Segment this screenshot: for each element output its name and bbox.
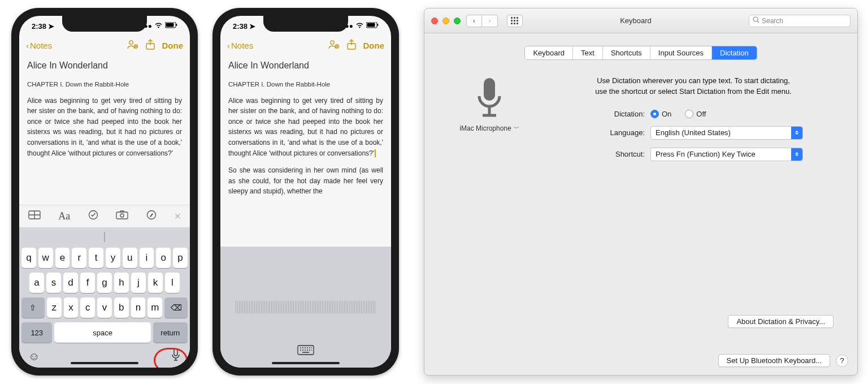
- search-field[interactable]: Search: [749, 15, 850, 27]
- key-z[interactable]: z: [47, 297, 62, 318]
- system-preferences-window: ‹ › Keyboard Search KeyboardTextShortcut…: [424, 8, 858, 376]
- quicktype-bar[interactable]: [19, 227, 190, 247]
- svg-rect-23: [514, 20, 515, 21]
- back-nav-button[interactable]: ‹: [466, 15, 482, 27]
- dictation-listening-panel[interactable]: [220, 247, 391, 368]
- note-title: Alice In Wonderland: [27, 59, 182, 73]
- battery-icon: [366, 22, 379, 30]
- help-button[interactable]: ?: [836, 355, 848, 367]
- svg-rect-29: [484, 78, 495, 101]
- svg-point-9: [120, 214, 124, 217]
- tab-text[interactable]: Text: [573, 46, 603, 59]
- note-title: Alice In Wonderland: [228, 59, 383, 73]
- camera-icon[interactable]: [116, 210, 128, 222]
- language-select[interactable]: English (United States): [650, 126, 803, 140]
- svg-rect-2: [176, 24, 177, 26]
- zoom-window-button[interactable]: [454, 18, 461, 24]
- key-x[interactable]: x: [64, 297, 79, 318]
- svg-rect-14: [377, 24, 379, 26]
- shift-key[interactable]: ⇧: [21, 297, 45, 318]
- emoji-icon[interactable]: ☺: [28, 350, 40, 363]
- key-p[interactable]: p: [173, 248, 188, 268]
- key-w[interactable]: w: [38, 248, 53, 268]
- key-j[interactable]: j: [131, 273, 146, 293]
- table-icon[interactable]: [28, 210, 41, 222]
- off-label: Off: [696, 110, 706, 118]
- mic-source-dropdown[interactable]: iMac Microphone ﹀: [447, 124, 532, 132]
- numbers-key[interactable]: 123: [21, 322, 52, 343]
- collaborate-icon[interactable]: [126, 39, 138, 52]
- tab-dictation[interactable]: Dictation: [712, 46, 757, 59]
- show-all-prefs-button[interactable]: [507, 15, 523, 27]
- search-placeholder: Search: [762, 17, 783, 25]
- space-key[interactable]: space: [54, 322, 150, 343]
- svg-rect-26: [514, 23, 515, 24]
- back-button[interactable]: ‹ Notes: [227, 41, 253, 50]
- key-f[interactable]: f: [80, 273, 95, 293]
- key-u[interactable]: u: [123, 248, 137, 268]
- prefs-tabbar: KeyboardTextShortcutsInput SourcesDictat…: [524, 46, 757, 60]
- shortcut-select[interactable]: Press Fn (Function) Key Twice: [650, 148, 803, 161]
- key-c[interactable]: c: [80, 297, 95, 318]
- close-toolbar-icon[interactable]: ×: [175, 210, 181, 223]
- key-t[interactable]: t: [89, 248, 103, 268]
- show-keyboard-icon[interactable]: [297, 345, 314, 360]
- about-dictation-button[interactable]: About Dictation & Privacy...: [728, 315, 834, 328]
- key-v[interactable]: v: [97, 297, 112, 318]
- backspace-key[interactable]: ⌫: [164, 297, 188, 318]
- markup-icon[interactable]: [146, 210, 157, 223]
- key-a[interactable]: a: [29, 273, 44, 293]
- share-icon[interactable]: [346, 39, 357, 52]
- key-y[interactable]: y: [106, 248, 120, 268]
- dictation-off-radio[interactable]: Off: [685, 110, 706, 118]
- notes-format-toolbar: Aa ×: [19, 205, 190, 227]
- note-content[interactable]: Alice In Wonderland CHAPTER I. Down the …: [220, 54, 391, 247]
- home-indicator[interactable]: [272, 362, 340, 364]
- home-indicator[interactable]: [71, 362, 138, 364]
- window-title: Keyboard: [528, 16, 743, 25]
- collaborate-icon[interactable]: [327, 39, 340, 52]
- back-button[interactable]: ‹ Notes: [26, 41, 52, 50]
- wifi-icon: [154, 22, 163, 30]
- close-window-button[interactable]: [431, 18, 438, 24]
- note-paragraph-2: So she was considering in her own mind (…: [228, 165, 383, 197]
- key-n[interactable]: n: [131, 297, 146, 318]
- tab-shortcuts[interactable]: Shortcuts: [603, 46, 650, 59]
- notes-navbar: ‹ Notes Done: [220, 36, 391, 54]
- return-key[interactable]: return: [153, 322, 188, 343]
- svg-rect-19: [511, 17, 513, 19]
- language-value: English (United States): [656, 128, 731, 137]
- key-s[interactable]: s: [46, 273, 61, 293]
- tab-keyboard[interactable]: Keyboard: [525, 46, 573, 59]
- key-d[interactable]: d: [63, 273, 78, 293]
- minimize-window-button[interactable]: [442, 18, 449, 24]
- forward-nav-button[interactable]: ›: [482, 15, 498, 27]
- dictation-mic-icon[interactable]: [171, 348, 181, 365]
- key-o[interactable]: o: [156, 248, 171, 268]
- location-icon: ➤: [249, 22, 255, 31]
- key-q[interactable]: q: [21, 248, 36, 268]
- done-button[interactable]: Done: [162, 41, 184, 50]
- tab-input-sources[interactable]: Input Sources: [650, 46, 712, 59]
- window-titlebar[interactable]: ‹ › Keyboard Search: [424, 8, 857, 33]
- key-h[interactable]: h: [114, 273, 129, 293]
- key-m[interactable]: m: [147, 297, 162, 318]
- key-i[interactable]: i: [140, 248, 154, 268]
- chapter-heading: CHAPTER I. Down the Rabbit-Hole: [228, 80, 383, 90]
- key-g[interactable]: g: [97, 273, 112, 293]
- key-k[interactable]: k: [148, 273, 163, 293]
- key-e[interactable]: e: [55, 248, 70, 268]
- dictation-on-radio[interactable]: On: [650, 110, 671, 118]
- share-icon[interactable]: [145, 39, 155, 52]
- key-r[interactable]: r: [72, 248, 86, 268]
- key-b[interactable]: b: [114, 297, 129, 318]
- bluetooth-keyboard-button[interactable]: Set Up Bluetooth Keyboard...: [718, 354, 830, 367]
- text-format-icon[interactable]: Aa: [58, 210, 70, 222]
- note-paragraph: Alice was beginning to get very tired of…: [27, 96, 182, 159]
- note-content[interactable]: Alice In Wonderland CHAPTER I. Down the …: [19, 54, 190, 205]
- done-button[interactable]: Done: [363, 41, 385, 50]
- search-icon: [753, 16, 760, 25]
- key-l[interactable]: l: [165, 273, 180, 293]
- svg-rect-25: [511, 23, 513, 24]
- checklist-icon[interactable]: [88, 210, 98, 223]
